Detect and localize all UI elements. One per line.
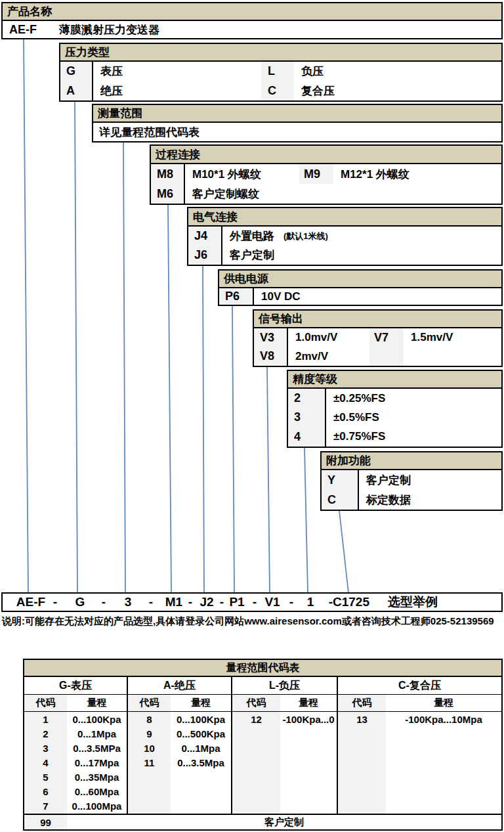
measuring-range-box: 测量范围 详见量程范围代码表 [92,104,503,142]
range-group-l: 12-100Kpa...0 [232,712,338,814]
range-value: 0...3.5MPa [67,743,127,754]
accuracy-class-box: 精度等级 2 ±0.25%FS 3 ±0.5%FS 4 ±0.75%FS [287,370,503,448]
process-connection-title: 过程连接 [156,147,200,162]
range-code: 12 [232,714,280,725]
electrical-connection-title: 电气连接 [193,209,238,225]
group-header-l: L-负压 [232,677,338,694]
group-header-c: C-复合压 [338,677,501,694]
subheader-code: 代码 [128,695,171,711]
code-column-stripe [338,712,386,814]
option-label: 绝压 [93,81,261,101]
connector-line-process [168,205,171,593]
option-label: 客户定制 [359,470,501,490]
disclaimer-note: 说明:可能存在无法对应的产品选型,具体请登录公司网站www.airesensor… [2,615,503,628]
range-group-g: 10...100Kpa 20...1Mpa 30...3.5MPa 40...1… [24,712,128,814]
range-code: 13 [338,714,386,725]
electrical-connection-box: 电气连接 J4 外置电路 (默认1米线) J6 客户定制 [187,207,503,266]
electrical-connection-header: 电气连接 [188,208,501,227]
empty-label [404,347,501,366]
example-separator: - [220,594,224,611]
option-label: 复合压 [294,81,501,101]
connector-line-accuracy [304,448,308,593]
table-row: 70...100Mpa [24,799,127,813]
example-code: J2 [200,594,213,611]
example-separator: - [289,594,293,611]
option-label: 外置电路 [222,227,274,246]
option-label: 客户定制螺纹 [185,184,501,204]
range-table-subheaders: 代码 量程 代码 量程 代码 量程 代码 量程 [24,695,501,712]
connector-line-power [232,306,234,593]
range-value: 0...1Mpa [67,728,127,739]
example-code: AE-F [16,594,45,611]
subheader-range: 量程 [280,695,337,711]
range-code: 7 [24,800,67,812]
table-row: 50...35Mpa [24,770,127,784]
option-label: ±0.25%FS [326,389,501,408]
range-value: 0...3.5Mpa [171,757,231,768]
option-code: V7 [369,328,404,347]
option-code: L [261,62,294,81]
option-label: 客户定制 [222,246,501,265]
option-code: V3 [254,328,288,347]
option-code: J4 [188,227,222,246]
table-row: 12-100Kpa...0 [232,712,337,726]
example-code: G [75,594,85,611]
range-code: 6 [24,786,67,797]
table-row: 20...1Mpa [24,726,127,741]
range-value: 0...100Kpa [171,714,231,725]
range-value: 0...60Mpa [67,786,127,797]
accuracy-class-header: 精度等级 [288,371,501,389]
range-code: 10 [128,743,171,754]
pressure-type-header: 压力类型 [60,44,501,62]
table-row: 60...60Mpa [24,784,127,799]
table-row: 13-100Kpa...10Mpa [338,712,501,726]
range-value: -100Kpa...10Mpa [386,714,501,725]
pressure-type-box: 压力类型 G 表压 L 负压 A 绝压 C 复合压 [59,43,503,102]
option-label: 10V DC [254,288,501,305]
example-code: P1 [229,594,244,611]
product-desc: 薄膜溅射压力变送器 [59,21,501,38]
subheader-range: 量程 [171,695,231,711]
process-connection-header: 过程连接 [151,146,501,164]
option-label: M10*1 外螺纹 [185,164,299,184]
option-code: 2 [288,389,326,408]
range-value: 0...1Mpa [171,743,231,754]
example-code: V1 [264,594,280,611]
option-code: Y [322,470,359,490]
option-code: V8 [254,347,288,366]
additional-functions-header: 附加功能 [322,452,501,470]
subheader-range: 量程 [67,695,127,711]
table-row: 80...100Kpa [128,712,231,726]
measuring-range-note: 详见量程范围代码表 [93,123,501,141]
range-table-title: 量程范围代码表 [24,660,501,677]
range-code: 1 [24,714,67,725]
example-code-box: AE-F - G - 3 - M1 - J2 - P1 - V1 - 1 - C… [1,592,503,612]
option-code: M8 [151,164,185,184]
example-code: C1725 [333,594,369,611]
range-value: 0...100Kpa [67,714,127,725]
subheader-code: 代码 [338,695,386,711]
additional-functions-box: 附加功能 Y 客户定制 C 标定数据 [320,451,503,511]
option-code: 4 [288,427,326,447]
range-code: 4 [24,757,67,768]
range-code-table: 量程范围代码表 G-表压 A-绝压 L-负压 C-复合压 代码 量程 代码 量程… [23,659,503,831]
power-supply-box: 供电电源 P6 10V DC [218,269,503,306]
subheader-code: 代码 [24,695,67,711]
code-column-stripe [232,712,280,814]
subheader-code: 代码 [232,695,280,711]
option-label: 标定数据 [359,490,501,510]
range-code: 5 [24,772,67,783]
example-separator: - [53,594,57,611]
signal-output-box: 信号输出 V3 1.0mv/V V7 1.5mv/V V8 2mv/V [253,309,503,367]
option-label: 表压 [93,62,261,81]
range-value: -100Kpa...0 [280,714,337,725]
range-value: 0...100Mpa [67,800,127,812]
subheader-range: 量程 [386,695,501,711]
table-row: 110...3.5Mpa [128,755,231,770]
connector-line-signal [267,367,270,593]
connector-line-pressure [75,102,77,593]
option-label: ±0.5%FS [326,408,501,427]
empty-code-cell [369,347,404,366]
example-separator: - [253,594,257,611]
option-code: J6 [188,246,222,265]
